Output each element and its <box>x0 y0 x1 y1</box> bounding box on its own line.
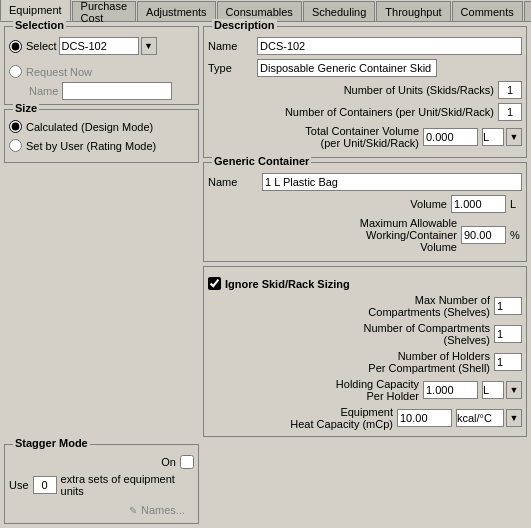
size-option1-label: Calculated (Design Mode) <box>26 121 153 133</box>
ignore-header: Ignore Skid/Rack Sizing <box>208 277 522 290</box>
gc-name-row: Name <box>208 173 522 191</box>
use-label: Use <box>9 479 29 491</box>
size-title: Size <box>13 102 39 114</box>
desc-name-input[interactable] <box>257 37 522 55</box>
selection-group: Selection Select ▼ Request Now Name <box>4 26 199 105</box>
names-label: Names... <box>141 504 185 516</box>
main-content: Selection Select ▼ Request Now Name <box>0 22 531 528</box>
units-label: Number of Units (Skids/Racks) <box>344 84 494 96</box>
select-dropdown-button[interactable]: ▼ <box>141 37 157 55</box>
gc-volume-label: Volume <box>410 198 447 210</box>
holding-cap-label: Holding CapacityPer Holder <box>336 378 419 402</box>
desc-name-label: Name <box>208 40 253 52</box>
tab-scheduling[interactable]: Scheduling <box>303 1 375 21</box>
request-now-label: Request Now <box>26 66 92 78</box>
volume-row: Total Container Volume(per Unit/Skid/Rac… <box>208 125 522 149</box>
gc-volume-input[interactable] <box>451 195 506 213</box>
tab-purchase-cost[interactable]: Purchase Cost <box>72 1 136 21</box>
heat-label: EquipmentHeat Capacity (mCp) <box>290 406 393 430</box>
num-comp-label: Number of Compartments(Shelves) <box>363 322 490 346</box>
ignore-skid-group: Ignore Skid/Rack Sizing Max Number ofCom… <box>203 266 527 437</box>
heat-row: EquipmentHeat Capacity (mCp) ▼ <box>208 406 522 430</box>
max-comp-row: Max Number ofCompartments (Shelves) <box>208 294 522 318</box>
selection-title: Selection <box>13 19 66 31</box>
select-input[interactable] <box>59 37 139 55</box>
volume-unit-dropdown[interactable]: ▼ <box>506 128 522 146</box>
holders-label: Number of HoldersPer Compartment (Shell) <box>368 350 490 374</box>
left-panel: Selection Select ▼ Request Now Name <box>4 26 199 524</box>
gc-mawv-row: Maximum AllowableWorking/Container Volum… <box>208 217 522 253</box>
gc-volume-unit: L <box>510 198 522 210</box>
heat-input[interactable] <box>397 409 452 427</box>
select-radio[interactable] <box>9 40 22 53</box>
name-row: Name <box>29 82 194 100</box>
gc-mawv-input[interactable] <box>461 226 506 244</box>
volume-unit-input[interactable] <box>482 128 504 146</box>
size-group: Size Calculated (Design Mode) Set by Use… <box>4 109 199 163</box>
select-radio-row: Select ▼ <box>9 37 194 55</box>
holding-cap-row: Holding CapacityPer Holder ▼ <box>208 378 522 402</box>
gc-volume-row: Volume L <box>208 195 522 213</box>
tab-consumables[interactable]: Consumables <box>217 1 302 21</box>
tab-throughput[interactable]: Throughput <box>376 1 450 21</box>
volume-input[interactable] <box>423 128 478 146</box>
tab-adjustments[interactable]: Adjustments <box>137 1 216 21</box>
extra-sets-label: extra sets of equipment units <box>61 473 194 497</box>
description-group: Description Name Type Number of Units (S… <box>203 26 527 158</box>
select-label: Select <box>26 40 57 52</box>
desc-type-label: Type <box>208 62 253 74</box>
tab-comments[interactable]: Comments <box>452 1 523 21</box>
right-panel: Description Name Type Number of Units (S… <box>203 26 527 524</box>
num-comp-input[interactable] <box>494 325 522 343</box>
size-radio1[interactable] <box>9 120 22 133</box>
heat-unit-input[interactable] <box>456 409 504 427</box>
max-comp-input[interactable] <box>494 297 522 315</box>
select-dropdown-row: Select ▼ <box>26 37 157 55</box>
size-option2-label: Set by User (Rating Mode) <box>26 140 156 152</box>
stagger-value-input[interactable] <box>33 476 57 494</box>
desc-name-row: Name <box>208 37 522 55</box>
heat-unit-dropdown[interactable]: ▼ <box>506 409 522 427</box>
size-radio2-row: Set by User (Rating Mode) <box>9 139 194 152</box>
gc-name-input[interactable] <box>262 173 522 191</box>
request-radio[interactable] <box>9 65 22 78</box>
ignore-skid-label: Ignore Skid/Rack Sizing <box>225 278 350 290</box>
containers-input[interactable] <box>498 103 522 121</box>
names-button[interactable]: ✎ Names... <box>124 501 190 519</box>
size-radio1-row: Calculated (Design Mode) <box>9 120 194 133</box>
containers-row: Number of Containers (per Unit/Skid/Rack… <box>208 103 522 121</box>
num-comp-row: Number of Compartments(Shelves) <box>208 322 522 346</box>
desc-units-row: Number of Units (Skids/Racks) <box>208 81 522 99</box>
units-input[interactable] <box>498 81 522 99</box>
max-comp-label: Max Number ofCompartments (Shelves) <box>368 294 490 318</box>
tab-allocation[interactable]: Allocation <box>524 1 531 21</box>
names-icon: ✎ <box>129 505 137 516</box>
size-radio2[interactable] <box>9 139 22 152</box>
holders-input[interactable] <box>494 353 522 371</box>
stagger-use-row: Use extra sets of equipment units <box>9 473 194 497</box>
gc-mawv-unit: % <box>510 229 522 241</box>
stagger-title: Stagger Mode <box>13 437 90 449</box>
holding-unit-input[interactable] <box>482 381 504 399</box>
name-label: Name <box>29 85 58 97</box>
ignore-skid-checkbox[interactable] <box>208 277 221 290</box>
desc-type-input[interactable] <box>257 59 437 77</box>
holding-unit-dropdown[interactable]: ▼ <box>506 381 522 399</box>
tab-equipment[interactable]: Equipment <box>0 0 71 21</box>
gc-name-label: Name <box>208 176 258 188</box>
request-radio-row: Request Now <box>9 65 194 78</box>
gc-mawv-label: Maximum AllowableWorking/Container Volum… <box>327 217 457 253</box>
description-title: Description <box>212 19 277 31</box>
holders-row: Number of HoldersPer Compartment (Shell) <box>208 350 522 374</box>
desc-type-row: Type <box>208 59 522 77</box>
name-input[interactable] <box>62 82 172 100</box>
generic-container-title: Generic Container <box>212 155 311 167</box>
stagger-on-label: On <box>161 456 176 468</box>
containers-label: Number of Containers (per Unit/Skid/Rack… <box>285 106 494 118</box>
stagger-on-checkbox[interactable] <box>180 455 194 469</box>
generic-container-group: Generic Container Name Volume L Maximum … <box>203 162 527 262</box>
volume-label: Total Container Volume(per Unit/Skid/Rac… <box>305 125 419 149</box>
holding-cap-input[interactable] <box>423 381 478 399</box>
stagger-group: Stagger Mode On Use extra sets of equipm… <box>4 444 199 524</box>
